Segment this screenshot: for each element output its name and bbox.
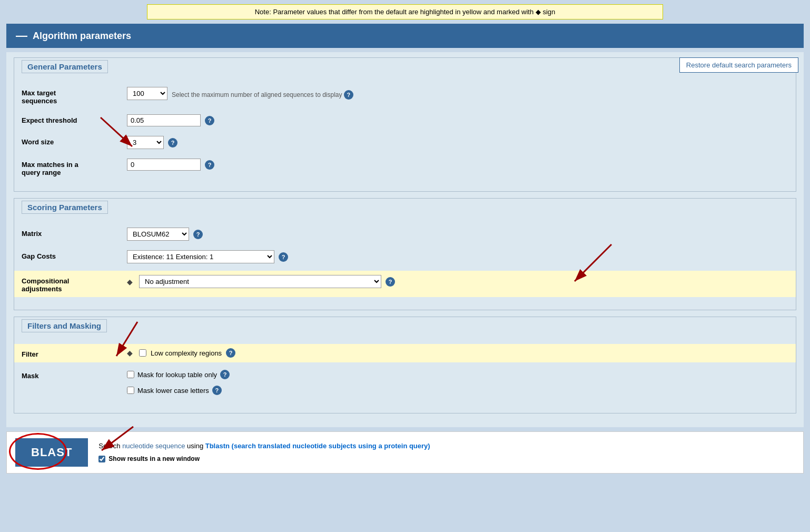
filter-help-icon[interactable]: ? [226, 348, 235, 358]
matrix-control: PAM30 PAM70 PAM250 BLOSUM80 BLOSUM62 BLO… [127, 228, 203, 241]
show-results-row: Show results in a new window [98, 454, 430, 464]
blast-using-text: using [187, 442, 205, 450]
filter-row: Filter ◆ Low complexity regions ? [14, 344, 796, 362]
show-results-label: Show results in a new window [108, 454, 200, 464]
filters-masking-section: Filters and Masking Filter ◆ Low complex… [14, 317, 796, 413]
mask-lookup-checkbox[interactable] [127, 371, 134, 378]
tblastn-link[interactable]: Tblastn (search translated nucleotide su… [205, 442, 430, 450]
matrix-select[interactable]: PAM30 PAM70 PAM250 BLOSUM80 BLOSUM62 BLO… [127, 228, 189, 241]
gap-costs-control: Existence: 11 Extension: 1 Existence: 10… [127, 250, 288, 263]
mask-lowercase-help-icon[interactable]: ? [212, 386, 222, 395]
expect-threshold-control: ? [127, 114, 214, 126]
gap-costs-help-icon[interactable]: ? [279, 252, 288, 262]
blast-button[interactable]: BLAST [15, 438, 88, 467]
word-size-control: 2 3 6 ? [127, 136, 177, 149]
matrix-row: Matrix PAM30 PAM70 PAM250 BLOSUM80 BLOSU… [22, 225, 788, 243]
general-params-section: General Parameters Max targetsequences 1… [14, 57, 796, 192]
matrix-help-icon[interactable]: ? [193, 230, 203, 239]
max-matches-input[interactable] [127, 159, 201, 171]
nucleotide-sequence-link[interactable]: nucleotide sequence [122, 442, 185, 450]
max-target-control: 10 20 50 100 250 500 1000 5000 Select th… [127, 87, 353, 100]
low-complexity-label: Low complexity regions [151, 349, 222, 357]
filter-control: ◆ Low complexity regions ? [127, 348, 235, 358]
max-target-hint: Select the maximum number of aligned seq… [172, 90, 353, 100]
scoring-params-title: Scoring Parameters [22, 201, 108, 214]
expect-threshold-input[interactable] [127, 114, 201, 126]
compositional-select[interactable]: No adjustment Composition-based statisti… [139, 275, 381, 288]
gap-costs-select[interactable]: Existence: 11 Extension: 1 Existence: 10… [127, 250, 274, 263]
filters-masking-title: Filters and Masking [22, 319, 107, 332]
compositional-help-icon[interactable]: ? [386, 277, 395, 287]
blast-description: Search nucleotide sequence using Tblastn… [98, 441, 430, 464]
blast-search-text: Search [98, 442, 122, 450]
mask-lowercase-checkbox[interactable] [127, 387, 134, 394]
compositional-control: ◆ No adjustment Composition-based statis… [127, 275, 395, 288]
filter-diamond: ◆ [127, 349, 133, 357]
compositional-label: Compositionaladjustments [22, 275, 127, 293]
mask-controls: Mask for lookup table only ? Mask lower … [127, 370, 230, 398]
mask-lowercase-label: Mask lower case letters [137, 387, 209, 395]
filter-label: Filter [22, 348, 127, 358]
page-title: Algorithm parameters [33, 31, 131, 42]
max-target-label: Max targetsequences [22, 87, 127, 105]
word-size-help-icon[interactable]: ? [168, 138, 177, 147]
mask-row: Mask Mask for lookup table only ? Mask l… [22, 368, 788, 400]
expect-threshold-help-icon[interactable]: ? [205, 116, 214, 125]
general-params-title: General Parameters [22, 60, 108, 73]
low-complexity-checkbox[interactable] [139, 349, 146, 357]
mask-lookup-help-icon[interactable]: ? [220, 370, 230, 379]
gap-costs-label: Gap Costs [22, 250, 127, 260]
blast-section: BLAST Search nucleotide sequence using T… [6, 431, 804, 474]
compositional-diamond: ◆ [127, 278, 133, 286]
main-content: Restore default search parameters Genera… [6, 52, 804, 427]
compositional-row: Compositionaladjustments ◆ No adjustment… [14, 271, 796, 297]
max-matches-help-icon[interactable]: ? [205, 160, 214, 170]
max-matches-row: Max matches in aquery range ? [22, 156, 788, 179]
blast-desc-text: Search nucleotide sequence using Tblastn… [98, 441, 430, 452]
blast-btn-wrapper: BLAST [15, 438, 88, 467]
note-text: Note: Parameter values that differ from … [255, 8, 556, 16]
matrix-label: Matrix [22, 228, 127, 238]
expect-threshold-row: Expect threshold ? [22, 112, 788, 129]
max-matches-label: Max matches in aquery range [22, 159, 127, 176]
mask-lookup-label: Mask for lookup table only [137, 371, 217, 379]
mask-label: Mask [22, 370, 127, 380]
word-size-label: Word size [22, 136, 127, 146]
word-size-row: Word size 2 3 6 ? [22, 134, 788, 151]
mask-lookup-row: Mask for lookup table only ? [127, 370, 230, 379]
gap-costs-row: Gap Costs Existence: 11 Extension: 1 Exi… [22, 248, 788, 265]
expect-threshold-label: Expect threshold [22, 114, 127, 124]
max-target-help-icon[interactable]: ? [344, 90, 353, 100]
restore-defaults-button[interactable]: Restore default search parameters [679, 57, 798, 73]
note-bar: Note: Parameter values that differ from … [147, 4, 663, 19]
scoring-params-section: Scoring Parameters Matrix PAM30 PAM70 PA… [14, 198, 796, 310]
max-matches-control: ? [127, 159, 214, 171]
max-target-row: Max targetsequences 10 20 50 100 250 500… [22, 85, 788, 107]
collapse-icon[interactable]: — [16, 29, 27, 43]
word-size-select[interactable]: 2 3 6 [127, 136, 164, 149]
show-results-checkbox[interactable] [98, 456, 105, 462]
max-target-select[interactable]: 10 20 50 100 250 500 1000 5000 [127, 87, 167, 100]
mask-lowercase-row: Mask lower case letters ? [127, 386, 230, 395]
algo-header: — Algorithm parameters [6, 24, 804, 48]
